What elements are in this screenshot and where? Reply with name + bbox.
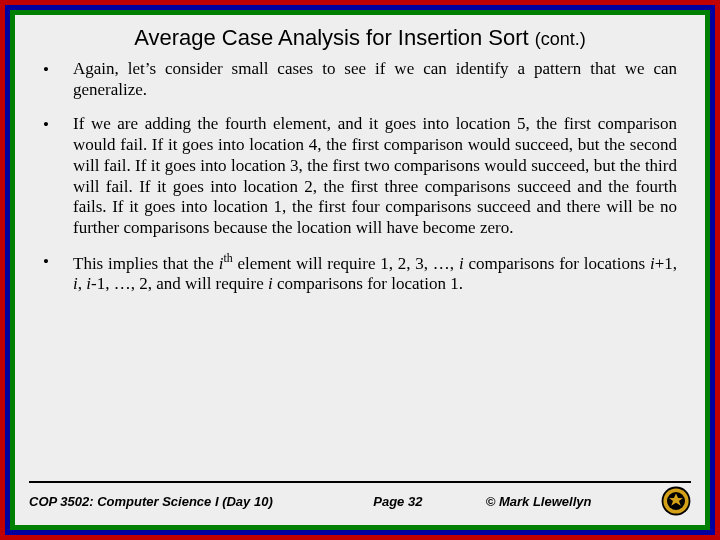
bullet-text: This implies that the ith element will r… — [73, 251, 677, 295]
slide-footer: COP 3502: Computer Science I (Day 10) Pa… — [15, 485, 705, 525]
bullet-item: • This implies that the ith element will… — [43, 251, 677, 295]
footer-page: Page 32 — [373, 494, 486, 509]
slide: Average Case Analysis for Insertion Sort… — [15, 15, 705, 525]
title-cont: (cont.) — [535, 29, 586, 49]
title-main: Average Case Analysis for Insertion Sort — [134, 25, 529, 50]
slide-title: Average Case Analysis for Insertion Sort… — [15, 15, 705, 55]
footer-course: COP 3502: Computer Science I (Day 10) — [29, 494, 373, 509]
slide-body: • Again, let’s consider small cases to s… — [15, 55, 705, 481]
bullet-marker: • — [43, 251, 73, 295]
ucf-logo-icon — [661, 486, 691, 516]
footer-author: © Mark Llewellyn — [486, 494, 655, 509]
bullet-marker: • — [43, 114, 73, 238]
bullet-item: • Again, let’s consider small cases to s… — [43, 59, 677, 100]
bullet-item: • If we are adding the fourth element, a… — [43, 114, 677, 238]
frame-blue: Average Case Analysis for Insertion Sort… — [5, 5, 715, 535]
bullet-text: Again, let’s consider small cases to see… — [73, 59, 677, 100]
bullet-marker: • — [43, 59, 73, 100]
frame-green: Average Case Analysis for Insertion Sort… — [10, 10, 710, 530]
frame-red: Average Case Analysis for Insertion Sort… — [0, 0, 720, 540]
footer-divider — [29, 481, 691, 483]
bullet-text: If we are adding the fourth element, and… — [73, 114, 677, 238]
